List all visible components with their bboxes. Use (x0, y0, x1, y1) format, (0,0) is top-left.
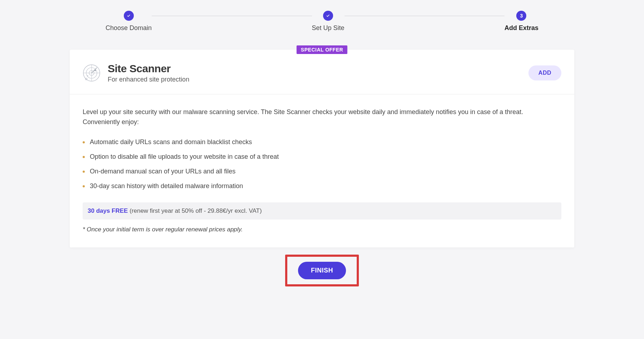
price-free-highlight: 30 days FREE (88, 207, 128, 214)
site-scanner-card: Site Scanner For enhanced site protectio… (70, 50, 574, 247)
step-choose-domain[interactable]: Choose Domain (106, 11, 152, 32)
add-button[interactable]: ADD (528, 65, 561, 80)
price-details: (renew first year at 50% off - 29.88€/yr… (128, 207, 262, 214)
renewal-footnote: * Once your initial term is over regular… (83, 226, 561, 233)
special-offer-badge: SPECIAL OFFER (297, 45, 347, 54)
step-connector (345, 16, 504, 16)
check-icon (323, 11, 333, 21)
card-header: Site Scanner For enhanced site protectio… (70, 50, 574, 94)
step-label: Set Up Site (312, 24, 345, 32)
feature-item: 30-day scan history with detailed malwar… (83, 181, 561, 191)
svg-point-6 (87, 75, 88, 77)
finish-highlight-annotation: FINISH (285, 255, 359, 286)
price-bar: 30 days FREE (renew first year at 50% of… (83, 202, 561, 220)
check-icon (124, 11, 134, 21)
step-label: Choose Domain (106, 24, 152, 32)
step-add-extras[interactable]: 3 Add Extras (504, 11, 538, 32)
offer-intro: Level up your site security with our mal… (83, 107, 561, 127)
step-number-badge: 3 (516, 11, 526, 21)
feature-item: On-demand manual scan of your URLs and a… (83, 167, 561, 176)
card-body: Level up your site security with our mal… (70, 94, 574, 247)
step-label: Add Extras (504, 24, 538, 32)
feature-list: Automatic daily URLs scans and domain bl… (83, 137, 561, 191)
svg-point-5 (94, 70, 96, 71)
offer-title: Site Scanner (108, 63, 528, 74)
progress-stepper: Choose Domain Set Up Site 3 Add Extras (70, 11, 574, 32)
scanner-radar-icon (83, 64, 101, 82)
step-set-up-site[interactable]: Set Up Site (312, 11, 345, 32)
finish-button[interactable]: FINISH (298, 262, 346, 279)
offer-subtitle: For enhanced site protection (108, 76, 528, 83)
feature-item: Option to disable all file uploads to yo… (83, 152, 561, 162)
feature-item: Automatic daily URLs scans and domain bl… (83, 137, 561, 147)
step-connector (152, 16, 312, 16)
